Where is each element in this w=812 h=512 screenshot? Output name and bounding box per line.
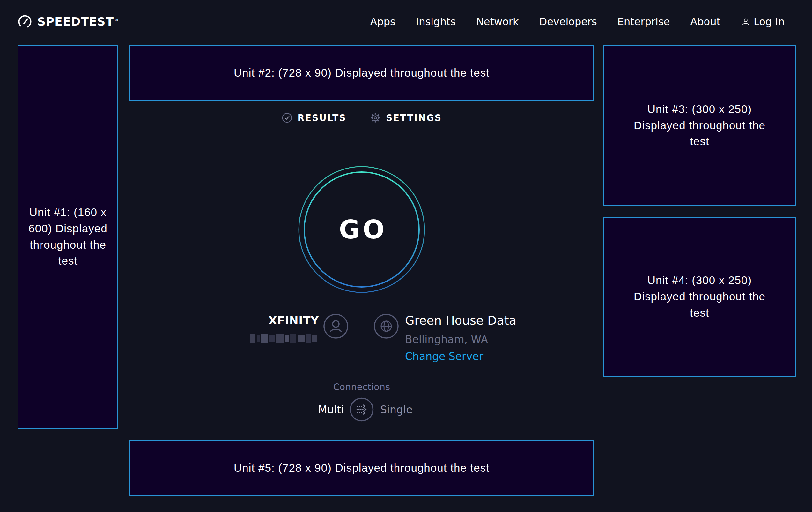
gauge-icon: [18, 15, 32, 29]
multi-connection-icon: [349, 397, 374, 422]
nav-item-insights[interactable]: Insights: [416, 16, 456, 28]
logo-wordmark: SPEEDTEST®: [37, 16, 119, 27]
check-circle-icon: [282, 112, 292, 123]
top-nav-bar: SPEEDTEST® Apps Insights Network Develop…: [0, 0, 812, 44]
redacted-ip: [250, 334, 319, 343]
connections-toggle[interactable]: [349, 397, 374, 422]
settings-tab-label: SETTINGS: [386, 113, 442, 123]
speedtest-page: SPEEDTEST® Apps Insights Network Develop…: [0, 0, 812, 512]
trademark-symbol: ®: [115, 18, 119, 22]
view-tabs: RESULTS: [129, 112, 594, 123]
server-globe-icon: [374, 314, 399, 339]
ad-unit-3-rectangle[interactable]: Unit #3: (300 x 250) Displayed throughou…: [603, 45, 796, 206]
ad-unit-3-label: Unit #3: (300 x 250) Displayed throughou…: [629, 101, 770, 150]
user-icon: [741, 17, 750, 26]
isp-name: XFINITY: [204, 314, 319, 327]
ad-unit-1-skyscraper[interactable]: Unit #1: (160 x 600) Displayed throughou…: [18, 45, 118, 429]
nav-item-about[interactable]: About: [690, 16, 721, 28]
main-nav: Apps Insights Network Developers Enterpr…: [370, 16, 785, 28]
ad-unit-4-rectangle[interactable]: Unit #4: (300 x 250) Displayed throughou…: [603, 217, 796, 377]
tab-settings[interactable]: SETTINGS: [370, 112, 442, 123]
connections-multi-option[interactable]: Multi: [262, 403, 344, 416]
go-button-label: GO: [298, 166, 426, 293]
connections-single-option[interactable]: Single: [380, 403, 412, 416]
ad-unit-5-label: Unit #5: (728 x 90) Displayed throughout…: [234, 460, 490, 476]
ad-unit-4-label: Unit #4: (300 x 250) Displayed throughou…: [629, 272, 770, 321]
change-server-link[interactable]: Change Server: [405, 350, 483, 362]
nav-item-developers[interactable]: Developers: [539, 16, 597, 28]
gear-icon: [370, 112, 381, 123]
login-button[interactable]: Log In: [741, 16, 785, 28]
connections-label: Connections: [129, 382, 594, 392]
nav-item-enterprise[interactable]: Enterprise: [617, 16, 670, 28]
server-location: Bellingham, WA: [405, 333, 488, 346]
login-label: Log In: [754, 16, 785, 28]
ad-unit-2-label: Unit #2: (728 x 90) Displayed throughout…: [234, 65, 490, 81]
nav-item-network[interactable]: Network: [476, 16, 519, 28]
isp-user-icon: [323, 314, 349, 339]
nav-item-apps[interactable]: Apps: [370, 16, 396, 28]
tab-results[interactable]: RESULTS: [282, 112, 347, 123]
results-tab-label: RESULTS: [297, 113, 347, 123]
ad-unit-1-label: Unit #1: (160 x 600) Displayed throughou…: [28, 204, 108, 269]
server-name: Green House Data: [405, 314, 516, 327]
ad-unit-2-banner-top[interactable]: Unit #2: (728 x 90) Displayed throughout…: [129, 45, 594, 101]
ad-unit-5-banner-bottom[interactable]: Unit #5: (728 x 90) Displayed throughout…: [129, 440, 594, 496]
go-button[interactable]: GO: [298, 166, 426, 293]
speedtest-logo[interactable]: SPEEDTEST®: [18, 15, 119, 29]
